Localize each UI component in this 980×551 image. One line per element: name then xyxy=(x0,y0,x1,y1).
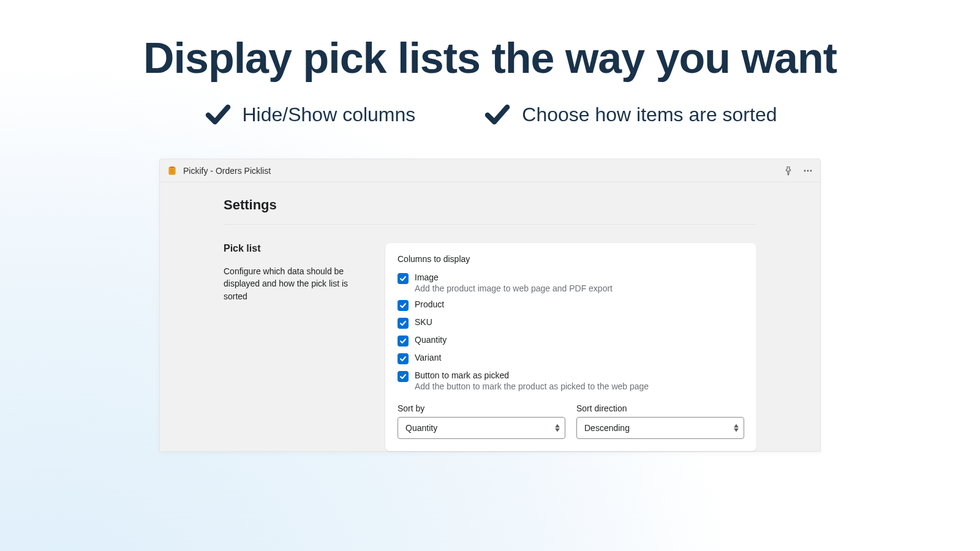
checkbox-label: Variant xyxy=(415,353,744,362)
check-icon xyxy=(203,100,233,129)
feature-label: Hide/Show columns xyxy=(243,103,416,126)
checkbox-button-to-mark-as-picked[interactable] xyxy=(398,371,409,382)
settings-left: Pick list Configure which data should be… xyxy=(224,243,371,451)
check-icon xyxy=(483,100,512,129)
more-icon[interactable] xyxy=(803,166,813,176)
checkbox-variant[interactable] xyxy=(398,353,409,364)
sort-direction-select[interactable]: Descending xyxy=(576,417,744,439)
checkbox-row: SKU xyxy=(398,315,744,331)
checkbox-row: Button to mark as pickedAdd the button t… xyxy=(398,368,744,394)
select-chevron-icon xyxy=(555,424,560,432)
checkbox-label: Image xyxy=(415,272,744,282)
checkbox-list: ImageAdd the product image to web page a… xyxy=(398,270,744,394)
app-title: Pickify - Orders Picklist xyxy=(183,166,271,176)
settings-heading: Settings xyxy=(224,197,756,225)
hero-features: Hide/Show columns Choose how items are s… xyxy=(0,100,980,129)
app-window: Pickify - Orders Picklist Settings Pick … xyxy=(159,159,821,452)
sort-direction-value: Descending xyxy=(584,423,630,433)
feature-sort: Choose how items are sorted xyxy=(483,100,777,129)
checkbox-help: Add the product image to web page and PD… xyxy=(415,283,744,293)
checkbox-image[interactable] xyxy=(398,273,409,284)
svg-point-6 xyxy=(807,170,809,171)
checkbox-help: Add the button to mark the product as pi… xyxy=(415,381,744,391)
sort-by-value: Quantity xyxy=(405,423,437,433)
checkbox-product[interactable] xyxy=(398,300,409,311)
checkbox-row: Quantity xyxy=(398,332,744,349)
app-body: Settings Pick list Configure which data … xyxy=(160,182,820,451)
settings-card: Columns to display ImageAdd the product … xyxy=(385,243,756,451)
svg-point-5 xyxy=(804,170,806,171)
select-chevron-icon xyxy=(734,424,739,432)
sort-by-label: Sort by xyxy=(398,403,565,413)
checkbox-quantity[interactable] xyxy=(398,335,409,347)
checkbox-label: Quantity xyxy=(415,335,744,345)
hero: Display pick lists the way you want Hide… xyxy=(0,0,980,129)
checkbox-row: ImageAdd the product image to web page a… xyxy=(398,270,744,296)
section-description: Configure which data should be displayed… xyxy=(224,265,371,302)
clipboard-icon xyxy=(167,166,177,176)
feature-label: Choose how items are sorted xyxy=(522,103,777,126)
checkbox-label: SKU xyxy=(415,317,744,327)
pin-icon[interactable] xyxy=(783,166,793,176)
columns-group-label: Columns to display xyxy=(398,254,744,264)
svg-point-7 xyxy=(810,170,812,171)
checkbox-row: Product xyxy=(398,297,744,313)
sort-direction-label: Sort direction xyxy=(576,403,744,413)
hero-title: Display pick lists the way you want xyxy=(0,0,980,83)
checkbox-sku[interactable] xyxy=(398,318,409,329)
svg-rect-1 xyxy=(170,167,174,168)
sort-by-select[interactable]: Quantity xyxy=(398,417,565,439)
feature-hide-show: Hide/Show columns xyxy=(203,100,416,129)
checkbox-label: Button to mark as picked xyxy=(415,370,744,380)
section-title: Pick list xyxy=(224,243,371,254)
app-header: Pickify - Orders Picklist xyxy=(160,159,820,182)
checkbox-row: Variant xyxy=(398,350,744,367)
checkbox-label: Product xyxy=(415,299,744,309)
